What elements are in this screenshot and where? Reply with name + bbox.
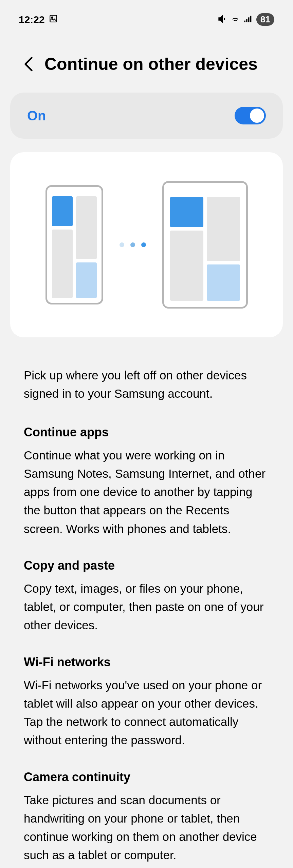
switch-knob	[250, 108, 264, 123]
svg-point-1	[51, 17, 53, 18]
section-continue-apps: Continue apps Continue what you were wor…	[24, 425, 269, 538]
tablet-illustration	[162, 181, 248, 309]
svg-rect-5	[250, 16, 252, 22]
illustration-card	[10, 152, 283, 337]
transfer-dots-icon	[120, 242, 146, 247]
status-left: 12:22	[19, 14, 58, 25]
section-title: Wi-Fi networks	[24, 655, 269, 669]
mute-icon	[218, 14, 227, 25]
section-text: Wi-Fi networks you've used on your phone…	[24, 676, 269, 750]
section-camera: Camera continuity Take pictures and scan…	[24, 770, 269, 865]
section-copy-paste: Copy and paste Copy text, images, or fil…	[24, 558, 269, 635]
svg-rect-0	[50, 15, 57, 22]
section-text: Continue what you were working on in Sam…	[24, 446, 269, 538]
intro-text: Pick up where you left off on other devi…	[24, 366, 269, 403]
section-title: Copy and paste	[24, 558, 269, 573]
section-text: Copy text, images, or files on your phon…	[24, 579, 269, 635]
gallery-icon	[49, 14, 58, 25]
status-bar: 12:22 81	[0, 0, 293, 29]
svg-rect-2	[244, 20, 245, 22]
svg-rect-4	[248, 17, 250, 22]
toggle-label: On	[27, 108, 46, 123]
signal-icon	[243, 14, 253, 25]
content-area: Pick up where you left off on other devi…	[0, 351, 293, 868]
section-title: Continue apps	[24, 425, 269, 439]
section-title: Camera continuity	[24, 770, 269, 784]
section-text: Take pictures and scan documents or hand…	[24, 791, 269, 865]
svg-rect-3	[246, 19, 248, 22]
section-wifi: Wi-Fi networks Wi-Fi networks you've use…	[24, 655, 269, 750]
status-time: 12:22	[19, 14, 45, 25]
toggle-switch[interactable]	[235, 107, 266, 124]
status-right: 81	[218, 13, 274, 26]
back-button[interactable]	[22, 56, 35, 73]
wifi-icon	[231, 14, 240, 25]
page-title: Continue on other devices	[44, 54, 258, 74]
page-header: Continue on other devices	[0, 29, 293, 93]
phone-illustration	[45, 185, 103, 304]
battery-indicator: 81	[256, 13, 274, 26]
master-toggle-row[interactable]: On	[10, 93, 283, 139]
